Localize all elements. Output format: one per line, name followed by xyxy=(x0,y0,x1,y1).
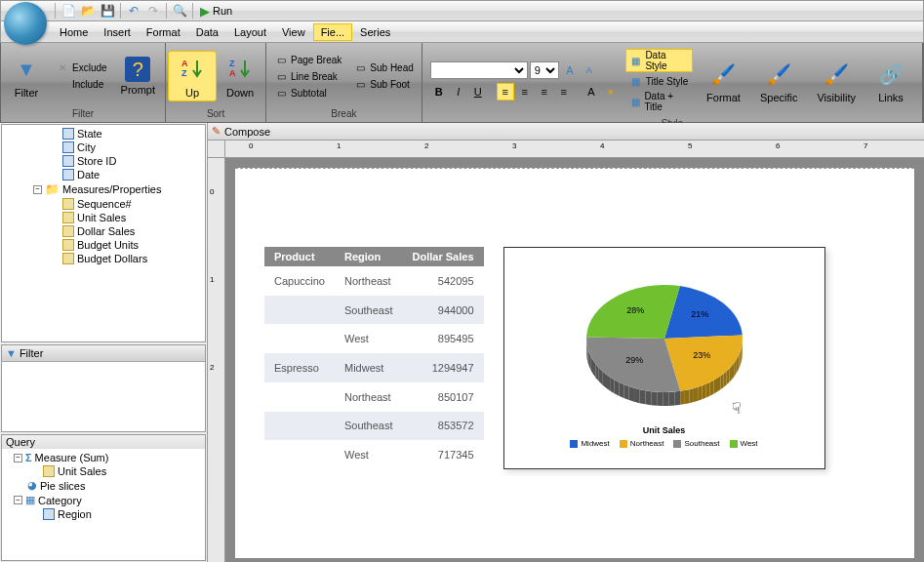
sub-foot-button[interactable]: ▭Sub Foot xyxy=(349,77,417,93)
subfoot-icon: ▭ xyxy=(353,78,367,92)
tree-item-store-id[interactable]: Store ID xyxy=(4,154,203,168)
table-row[interactable]: CapuccinoNortheast542095 xyxy=(264,266,484,296)
pie-chart[interactable]: 21%23%29%28% Unit Sales MidwestNortheast… xyxy=(503,247,825,469)
query-unit-sales[interactable]: Unit Sales xyxy=(4,464,203,478)
table-row[interactable]: Northeast850107 xyxy=(264,382,484,412)
table-row[interactable]: West895495 xyxy=(264,324,484,353)
vertical-ruler: 0 1 2 xyxy=(208,158,225,562)
ribbon-group-break: ▭Page Break ▭Line Break ▭Subtotal ▭Sub H… xyxy=(266,43,422,122)
line-break-icon: ▭ xyxy=(274,69,288,83)
font-color-icon[interactable]: A xyxy=(583,83,600,100)
line-break-button[interactable]: ▭Line Break xyxy=(270,68,345,84)
visibility-button[interactable]: 🖌️ Visibility xyxy=(809,57,864,105)
table-row[interactable]: Southeast944000 xyxy=(264,296,484,325)
legend-item: Northeast xyxy=(620,439,664,448)
filter-panel-label: Filter xyxy=(20,347,43,359)
svg-text:A: A xyxy=(229,68,236,78)
fields-tree[interactable]: State City Store ID Date −📁Measures/Prop… xyxy=(1,124,206,342)
exclude-button[interactable]: ✕ Exclude xyxy=(52,60,111,76)
specific-icon: 🖌️ xyxy=(763,59,794,90)
align-center-icon[interactable]: ≡ xyxy=(516,83,534,100)
tree-item-city[interactable]: City xyxy=(4,140,203,154)
font-smaller-icon[interactable]: A xyxy=(581,61,598,79)
new-icon[interactable]: 📄 xyxy=(60,3,76,19)
menu-field[interactable]: Fie... xyxy=(313,23,352,41)
query-panel: Query −ΣMeasure (Sum) Unit Sales ◕Pie sl… xyxy=(1,434,206,561)
italic-icon[interactable]: I xyxy=(450,83,467,100)
filter-panel: ▼ Filter xyxy=(1,344,206,432)
tree-item-dollar-sales[interactable]: Dollar Sales xyxy=(4,224,203,238)
collapse-icon[interactable]: − xyxy=(33,185,42,194)
filter-button[interactable]: ▼ Filter xyxy=(3,52,50,100)
query-region[interactable]: Region xyxy=(4,507,203,521)
menu-insert[interactable]: Insert xyxy=(96,23,139,41)
query-measure-folder[interactable]: −ΣMeasure (Sum) xyxy=(4,451,203,464)
chart-title: Unit Sales xyxy=(504,425,824,435)
menu-view[interactable]: View xyxy=(274,23,313,41)
sub-head-button[interactable]: ▭Sub Head xyxy=(349,60,417,76)
title-style-button[interactable]: ▦Title Style xyxy=(625,73,693,89)
table-row[interactable]: EspressoMidwest1294947 xyxy=(264,353,484,382)
compose-label: Compose xyxy=(224,126,270,138)
format-button[interactable]: 🖌️ Format xyxy=(699,57,748,105)
subtotal-icon: ▭ xyxy=(274,86,288,100)
font-larger-icon[interactable]: A xyxy=(561,61,579,79)
align-right-icon[interactable]: ≡ xyxy=(536,83,553,100)
page-break-icon: ▭ xyxy=(274,53,288,66)
visibility-icon: 🖌️ xyxy=(821,59,852,90)
col-dollar-sales[interactable]: Dollar Sales xyxy=(403,247,484,266)
tree-item-state[interactable]: State xyxy=(4,127,203,140)
open-icon[interactable]: 📂 xyxy=(80,3,96,19)
font-family-select[interactable] xyxy=(430,61,528,79)
report-canvas[interactable]: Product Region Dollar Sales CapuccinoNor… xyxy=(235,168,914,558)
tree-item-budget-units[interactable]: Budget Units xyxy=(4,238,203,252)
align-justify-icon[interactable]: ≡ xyxy=(555,83,573,100)
tree-item-date[interactable]: Date xyxy=(4,168,203,181)
col-product[interactable]: Product xyxy=(264,247,335,266)
col-region[interactable]: Region xyxy=(335,247,403,266)
data-table[interactable]: Product Region Dollar Sales CapuccinoNor… xyxy=(264,247,484,469)
preview-icon[interactable]: 🔍 xyxy=(172,3,187,19)
data-title-button[interactable]: ▦Data + Title xyxy=(625,90,693,113)
sort-down-button[interactable]: ZA Down xyxy=(217,52,263,100)
menu-data[interactable]: Data xyxy=(188,23,226,41)
underline-icon[interactable]: U xyxy=(469,83,487,100)
prompt-button[interactable]: ? Prompt xyxy=(113,55,163,98)
bold-icon[interactable]: B xyxy=(430,83,448,100)
title-style-icon: ▦ xyxy=(629,74,643,88)
specific-button[interactable]: 🖌️ Specific xyxy=(752,57,806,105)
menu-layout[interactable]: Layout xyxy=(226,23,274,41)
save-icon[interactable]: 💾 xyxy=(100,3,115,19)
query-category-folder[interactable]: −▦Category xyxy=(4,493,203,507)
run-button[interactable]: ▶ Run xyxy=(196,3,236,20)
menu-format[interactable]: Format xyxy=(139,23,188,41)
tree-item-sequence[interactable]: Sequence# xyxy=(4,197,203,211)
svg-text:23%: 23% xyxy=(693,350,710,360)
fill-color-icon[interactable]: ▾ xyxy=(602,83,620,100)
sort-up-button[interactable]: AZ Up xyxy=(168,51,217,101)
tree-item-budget-dollars[interactable]: Budget Dollars xyxy=(4,252,203,265)
links-icon: 🔗 xyxy=(875,59,906,90)
data-style-button[interactable]: ▦Data Style xyxy=(625,49,693,72)
font-size-select[interactable]: 9 xyxy=(530,61,559,79)
query-pie-slices[interactable]: ◕Pie slices xyxy=(4,478,203,493)
table-row[interactable]: Southeast853572 xyxy=(264,412,484,441)
menu-home[interactable]: Home xyxy=(52,23,96,41)
include-button[interactable]: ✓ Include xyxy=(52,77,111,93)
align-left-icon[interactable]: ≡ xyxy=(497,83,514,100)
query-panel-label: Query xyxy=(2,435,205,449)
table-row[interactable]: West717345 xyxy=(264,440,484,469)
page-break-button[interactable]: ▭Page Break xyxy=(270,52,345,67)
redo-icon[interactable]: ↷ xyxy=(145,3,161,19)
menu-bar: Home Insert Format Data Layout View Fie.… xyxy=(0,21,924,43)
undo-icon[interactable]: ↶ xyxy=(126,3,141,19)
ribbon: ▼ Filter ✕ Exclude ✓ Include ? Prompt Fi… xyxy=(0,43,924,123)
subtotal-button[interactable]: ▭Subtotal xyxy=(270,85,345,100)
links-button[interactable]: 🔗 Links xyxy=(867,57,914,105)
ribbon-group-sort: AZ Up ZA Down Sort xyxy=(166,43,266,122)
tree-item-unit-sales[interactable]: Unit Sales xyxy=(4,211,203,224)
menu-series[interactable]: Series xyxy=(352,23,398,41)
run-arrow-icon: ▶ xyxy=(200,4,210,19)
tree-folder-measures[interactable]: −📁Measures/Properties xyxy=(4,181,203,197)
chart-legend: MidwestNortheastSoutheastWest xyxy=(504,439,824,448)
